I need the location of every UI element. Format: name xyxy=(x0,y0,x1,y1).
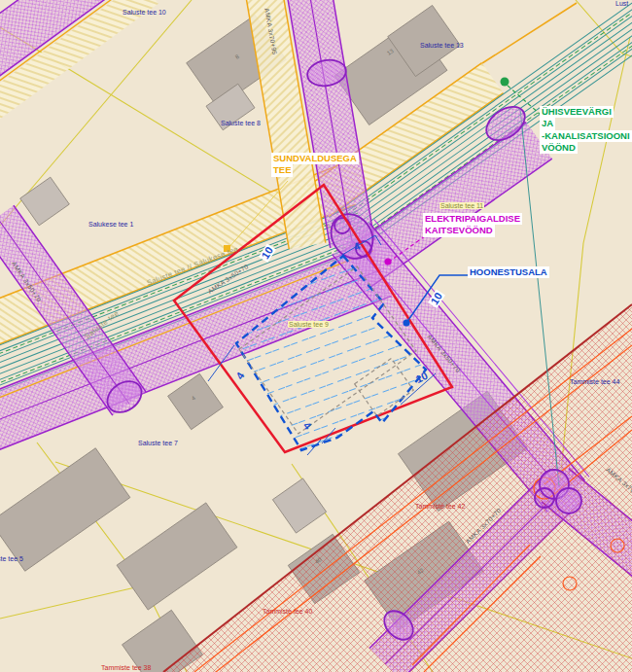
cable-point-dot xyxy=(385,259,392,265)
map-graphics xyxy=(0,0,632,672)
map-viewport[interactable]: Saluste tee 10Saluste tee 8Saluste tee 1… xyxy=(0,0,632,672)
hoonestusala-point-dot xyxy=(404,320,410,327)
water-connection-dot xyxy=(501,78,509,87)
road-point-marker xyxy=(224,245,230,252)
